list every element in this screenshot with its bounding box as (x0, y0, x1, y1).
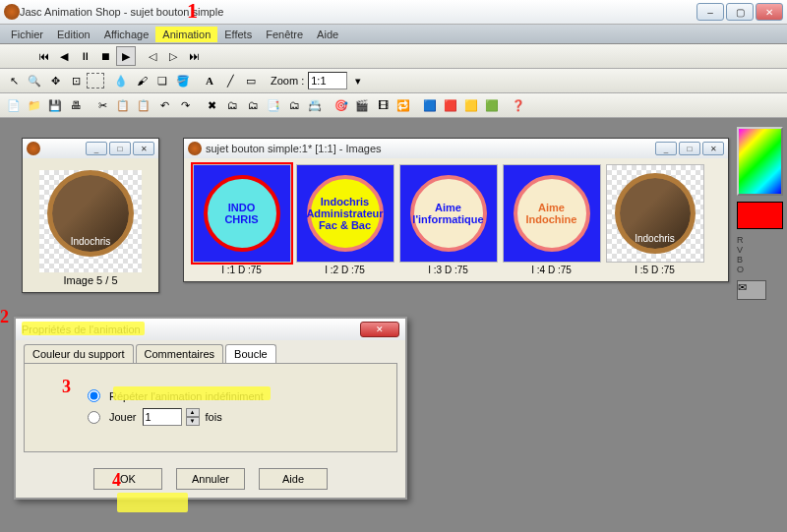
toolbar-button-0[interactable]: 📄 (4, 95, 24, 115)
pause-icon[interactable]: ⏸ (75, 46, 94, 66)
play-icon[interactable]: ▶ (116, 46, 136, 66)
toolbar-button-18[interactable]: 🎯 (332, 95, 351, 115)
tab-bg-color[interactable]: Couleur du support (24, 344, 134, 363)
zoom-input[interactable] (308, 72, 347, 89)
toolbar-button-5[interactable]: ✂ (92, 95, 112, 115)
play-count-input[interactable] (143, 408, 182, 426)
preview-max-button[interactable]: □ (109, 142, 131, 155)
menu-affichage[interactable]: Affichage (97, 27, 156, 42)
toolbar-button-26[interactable]: 🟩 (482, 95, 502, 115)
toolbar-button-24[interactable]: 🟥 (441, 95, 460, 115)
select-icon[interactable] (87, 73, 104, 89)
ok-button[interactable]: OK (93, 468, 162, 490)
frame-1[interactable]: INDOCHRISI :1 D :75 (190, 164, 293, 275)
toolbar-button-13[interactable]: 🗂 (243, 95, 263, 115)
cancel-button[interactable]: Annuler (176, 468, 245, 490)
toolbar-button-2[interactable]: 💾 (45, 95, 65, 115)
toolbar-button-11[interactable]: ✖ (202, 95, 221, 115)
main-toolbar: 📄📁💾🖶✂📋📋↶↷✖🗂🗂📑🗂📇🎯🎬🎞🔁🟦🟥🟨🟩❓ (0, 93, 787, 118)
toolbar-button-20[interactable]: 🎞 (373, 95, 393, 115)
toolbar-button-8[interactable]: ↶ (154, 95, 174, 115)
frame-label: I :3 D :75 (396, 265, 500, 275)
frame-4[interactable]: AimeIndochineI :4 D :75 (500, 164, 603, 275)
repeat-radio[interactable] (88, 389, 100, 402)
toolbar-button-9[interactable]: ↷ (175, 95, 195, 115)
frame-3[interactable]: Aimel'informatiqueI :3 D :75 (396, 164, 500, 275)
menu-edition[interactable]: Edition (50, 27, 97, 42)
toolbar-button-7[interactable]: 📋 (134, 95, 153, 115)
toolbar-button-25[interactable]: 🟨 (461, 95, 481, 115)
toolbar-button-12[interactable]: 🗂 (222, 95, 242, 115)
arrow-icon[interactable]: ↖ (4, 71, 24, 90)
move-icon[interactable]: ✥ (45, 71, 65, 90)
filmstrip-max-button[interactable]: □ (679, 142, 700, 155)
frame-label: I :1 D :75 (190, 265, 293, 275)
toolbar-button-1[interactable]: 📁 (25, 95, 44, 115)
toolbar-button-15[interactable]: 🗂 (284, 95, 304, 115)
toolbar-button-23[interactable]: 🟦 (420, 95, 440, 115)
stop-icon[interactable]: ⏹ (95, 46, 115, 66)
menu-fichier[interactable]: Fichier (4, 27, 50, 42)
brush-icon[interactable]: 🖌 (132, 71, 151, 90)
step-back-icon[interactable]: ◁ (143, 46, 162, 66)
spin-up-icon[interactable]: ▲ (186, 408, 200, 417)
shape-icon[interactable]: ▭ (241, 71, 261, 90)
first-frame-icon[interactable]: ⏮ (33, 46, 53, 66)
foreground-color[interactable] (737, 202, 783, 229)
last-frame-icon[interactable]: ⏭ (184, 46, 204, 66)
toolbar-button-3[interactable]: 🖶 (66, 95, 86, 115)
toolbar-button-16[interactable]: 📇 (305, 95, 325, 115)
dialog-close-button[interactable]: ✕ (360, 322, 399, 337)
frame-label: I :4 D :75 (500, 265, 603, 275)
tab-panel: Répéter l'animation indéfiniment Jouer ▲… (24, 363, 397, 452)
step-fwd-icon[interactable]: ▷ (163, 46, 183, 66)
close-button[interactable]: ✕ (756, 3, 783, 21)
frame-2[interactable]: IndochrisAdministrateurFac & BacI :2 D :… (293, 164, 396, 275)
filmstrip-title: sujet bouton simple:1* [1:1] - Images (206, 143, 382, 154)
help-button[interactable]: Aide (259, 468, 328, 490)
annotation-1: 1 (187, 0, 198, 24)
tab-comments[interactable]: Commentaires (136, 344, 224, 363)
preview-min-button[interactable]: _ (86, 142, 107, 155)
maximize-button[interactable]: ▢ (726, 3, 754, 21)
zoom-dropdown-icon[interactable]: ▾ (348, 71, 368, 90)
tab-loop[interactable]: Boucle (225, 344, 276, 363)
app-icon (4, 4, 20, 20)
menu-fenêtre[interactable]: Fenêtre (259, 27, 310, 42)
filmstrip-min-button[interactable]: _ (655, 142, 677, 155)
doc-icon (27, 142, 40, 155)
highlight-dialog-title (22, 322, 145, 335)
crop-icon[interactable]: ⊡ (66, 71, 86, 90)
spin-down-icon[interactable]: ▼ (186, 417, 200, 426)
doc-icon (188, 142, 202, 155)
zoom-icon[interactable]: 🔍 (25, 71, 44, 90)
eraser-icon[interactable]: ❏ (152, 71, 172, 90)
dropper-icon[interactable]: 💧 (111, 71, 131, 90)
color-labels: R V B O (737, 235, 783, 274)
toolbar-button-28[interactable]: ❓ (509, 95, 528, 115)
highlight-repeat (113, 386, 271, 400)
play-radio[interactable] (88, 411, 100, 424)
mail-icon[interactable]: ✉ (737, 280, 766, 300)
fill-icon[interactable]: 🪣 (173, 71, 193, 90)
toolbar-button-6[interactable]: 📋 (113, 95, 133, 115)
toolbar-button-14[interactable]: 📑 (264, 95, 283, 115)
minimize-button[interactable]: – (696, 3, 724, 21)
preview-close-button[interactable]: ✕ (133, 142, 154, 155)
toolbar-button-21[interactable]: 🔁 (394, 95, 413, 115)
prev-frame-icon[interactable]: ◀ (54, 46, 74, 66)
line-icon[interactable]: ╱ (220, 71, 240, 90)
menu-effets[interactable]: Effets (217, 27, 259, 42)
menu-animation[interactable]: Animation (155, 27, 217, 42)
text-icon[interactable]: A (200, 71, 219, 90)
menu-aide[interactable]: Aide (310, 27, 345, 42)
preview-label: Image 5 / 5 (29, 274, 152, 286)
toolbar-button-19[interactable]: 🎬 (352, 95, 372, 115)
filmstrip-close-button[interactable]: ✕ (702, 142, 724, 155)
preview-window[interactable]: _ □ ✕ Indochris Image 5 / 5 (22, 138, 159, 293)
avatar-label: Indochris (52, 236, 129, 247)
filmstrip-window[interactable]: sujet bouton simple:1* [1:1] - Images _ … (183, 138, 729, 282)
frame-5[interactable]: IndochrisI :5 D :75 (603, 164, 706, 275)
color-picker[interactable] (737, 127, 783, 196)
color-panel: R V B O ✉ (733, 123, 787, 532)
